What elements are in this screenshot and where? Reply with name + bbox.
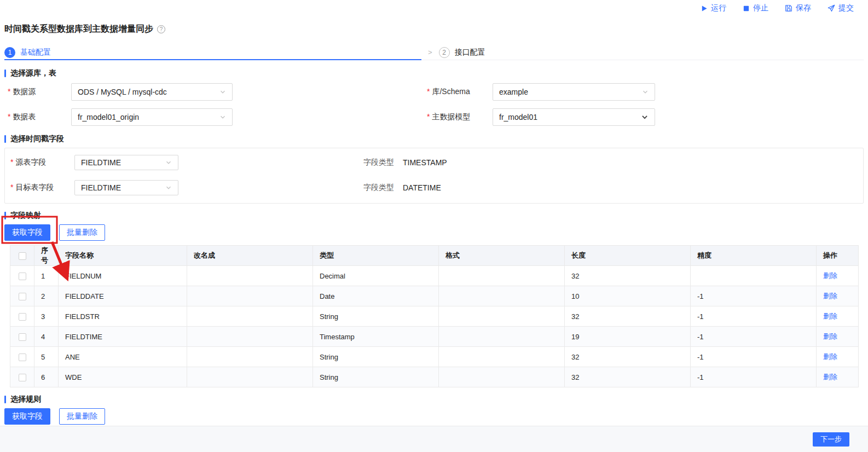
row-checkbox[interactable] bbox=[19, 354, 26, 361]
section-mapping-title: 字段映射 bbox=[4, 210, 864, 221]
row-type: String bbox=[313, 367, 439, 387]
section-timestamp-title: 选择时间戳字段 bbox=[4, 134, 864, 144]
row-precision: -1 bbox=[691, 286, 817, 306]
datatable-select[interactable]: fr_model01_origin bbox=[71, 108, 233, 126]
row-length: 32 bbox=[565, 306, 691, 327]
form-row-2: *数据表 fr_model01_origin *主数据模型 fr_model01 bbox=[4, 108, 864, 126]
row-field-name: FIELDDATE bbox=[59, 286, 187, 306]
row-precision: -1 bbox=[691, 367, 817, 387]
step-basic-config[interactable]: 1 基础配置 bbox=[4, 47, 426, 58]
chevron-down-icon bbox=[641, 113, 649, 121]
table-row: 5 ANE String 32 -1 删除 bbox=[10, 347, 859, 367]
col-header-action: 操作 bbox=[817, 246, 859, 266]
row-precision: -1 bbox=[691, 306, 817, 327]
save-button[interactable]: 保存 bbox=[785, 3, 811, 13]
batch-delete-button[interactable]: 批量删除 bbox=[59, 224, 105, 241]
schema-label: *库/Schema bbox=[427, 87, 493, 97]
row-rename[interactable] bbox=[187, 266, 313, 286]
field-mapping-table: 序号 字段名称 改名成 类型 格式 长度 精度 操作 1 FIELDNUM De… bbox=[10, 245, 859, 387]
rules-get-fields-button[interactable]: 获取字段 bbox=[4, 408, 50, 425]
footer-bar: 下一步 bbox=[0, 426, 868, 452]
save-icon bbox=[785, 4, 792, 12]
row-no: 2 bbox=[34, 286, 59, 306]
row-rename[interactable] bbox=[187, 327, 313, 347]
next-step-button[interactable]: 下一步 bbox=[813, 432, 849, 447]
run-button[interactable]: 运行 bbox=[701, 3, 726, 13]
row-delete-link[interactable]: 删除 bbox=[823, 312, 837, 320]
row-field-name: ANE bbox=[59, 347, 187, 367]
row-rename[interactable] bbox=[187, 347, 313, 367]
row-format[interactable] bbox=[439, 306, 565, 327]
rules-buttons: 获取字段 批量删除 bbox=[4, 408, 864, 425]
col-header-precision: 精度 bbox=[691, 246, 817, 266]
row-no: 6 bbox=[34, 367, 59, 387]
row-type: Date bbox=[313, 286, 439, 306]
save-button-label: 保存 bbox=[796, 3, 811, 13]
row-delete-link[interactable]: 删除 bbox=[823, 271, 837, 280]
datasource-label: *数据源 bbox=[8, 87, 71, 97]
chevron-down-icon bbox=[165, 184, 172, 191]
schema-select[interactable]: example bbox=[493, 83, 655, 101]
source-field-type-label: 字段类型 bbox=[363, 158, 394, 167]
get-fields-button[interactable]: 获取字段 bbox=[4, 224, 50, 241]
master-model-select[interactable]: fr_model01 bbox=[493, 108, 655, 126]
run-button-label: 运行 bbox=[711, 3, 726, 13]
col-header-length: 长度 bbox=[565, 246, 691, 266]
datasource-select[interactable]: ODS / MySQL / mysql-cdc bbox=[71, 83, 233, 101]
submit-button[interactable]: 提交 bbox=[828, 3, 854, 13]
section-source-title: 选择源库，表 bbox=[4, 68, 864, 79]
row-delete-link[interactable]: 删除 bbox=[823, 332, 837, 340]
row-type: Timestamp bbox=[313, 327, 439, 347]
row-rename[interactable] bbox=[187, 367, 313, 387]
row-checkbox[interactable] bbox=[19, 273, 26, 280]
row-delete-link[interactable]: 删除 bbox=[823, 352, 837, 361]
row-delete-link[interactable]: 删除 bbox=[823, 292, 837, 300]
row-rename[interactable] bbox=[187, 306, 313, 327]
target-field-type-label: 字段类型 bbox=[363, 183, 394, 193]
row-format[interactable] bbox=[439, 266, 565, 286]
row-checkbox[interactable] bbox=[19, 333, 26, 341]
active-step-underline bbox=[4, 59, 421, 60]
source-field-label: *源表字段 bbox=[10, 158, 74, 167]
stop-button[interactable]: 停止 bbox=[743, 3, 768, 13]
help-icon[interactable]: ? bbox=[157, 25, 165, 33]
step-2-circle: 2 bbox=[439, 47, 450, 58]
stop-icon bbox=[743, 5, 750, 12]
row-format[interactable] bbox=[439, 327, 565, 347]
page: 运行 停止 保存 提交 时间戳关系型数据库到主数据增量同步 ? 1 基础配置 > bbox=[0, 0, 868, 425]
row-checkbox[interactable] bbox=[19, 293, 26, 300]
row-rename[interactable] bbox=[187, 286, 313, 306]
table-row: 2 FIELDDATE Date 10 -1 删除 bbox=[10, 286, 859, 306]
mapping-buttons: 获取字段 批量删除 bbox=[4, 224, 864, 241]
page-title: 时间戳关系型数据库到主数据增量同步 bbox=[4, 24, 153, 35]
rules-batch-delete-button[interactable]: 批量删除 bbox=[59, 408, 105, 425]
source-field-type-value: TIMESTAMP bbox=[403, 158, 447, 167]
master-model-label: *主数据模型 bbox=[427, 112, 493, 122]
row-checkbox[interactable] bbox=[19, 313, 26, 321]
row-delete-link[interactable]: 删除 bbox=[823, 373, 837, 381]
target-field-select[interactable]: FIELDTIME bbox=[74, 180, 178, 195]
select-all-checkbox[interactable] bbox=[19, 252, 26, 260]
run-icon bbox=[701, 5, 708, 12]
row-length: 32 bbox=[565, 266, 691, 286]
row-checkbox[interactable] bbox=[19, 374, 26, 381]
row-format[interactable] bbox=[439, 347, 565, 367]
row-field-name: WDE bbox=[59, 367, 187, 387]
col-header-no: 序号 bbox=[34, 246, 59, 266]
section-bar bbox=[4, 212, 6, 219]
col-header-type: 类型 bbox=[313, 246, 439, 266]
main-content: 时间戳关系型数据库到主数据增量同步 ? 1 基础配置 > 2 接口配置 选择源库… bbox=[0, 23, 868, 425]
steps-bar: 1 基础配置 > 2 接口配置 bbox=[4, 45, 864, 60]
col-header-field-name: 字段名称 bbox=[59, 246, 187, 266]
row-format[interactable] bbox=[439, 286, 565, 306]
step-interface-config[interactable]: 2 接口配置 bbox=[439, 47, 485, 58]
row-type: Decimal bbox=[313, 266, 439, 286]
form-row-1: *数据源 ODS / MySQL / mysql-cdc *库/Schema e… bbox=[4, 83, 864, 101]
row-length: 10 bbox=[565, 286, 691, 306]
source-field-select[interactable]: FIELDTIME bbox=[74, 155, 178, 170]
chevron-down-icon bbox=[165, 159, 172, 166]
mapping-table-body: 1 FIELDNUM Decimal 32 删除 2 FIELDDATE Dat… bbox=[10, 266, 859, 387]
row-format[interactable] bbox=[439, 367, 565, 387]
target-field-label: *目标表字段 bbox=[10, 183, 74, 193]
datatable-label: *数据表 bbox=[8, 112, 71, 122]
